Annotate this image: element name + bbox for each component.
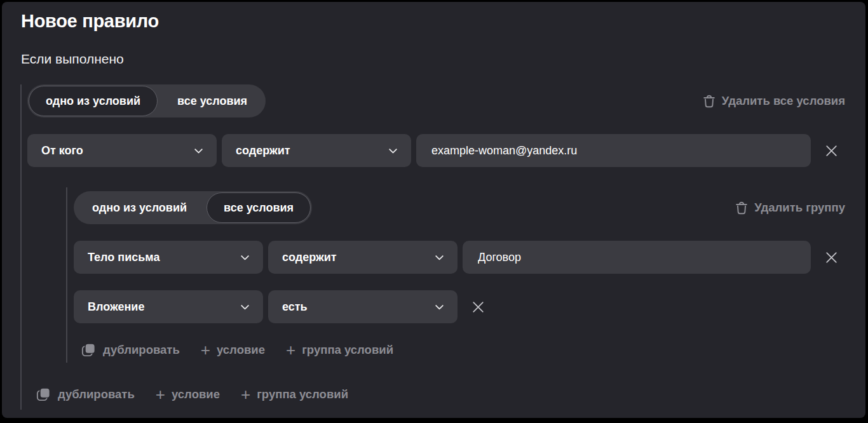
add-group-outer-button[interactable]: + группа условий (241, 387, 348, 401)
close-icon (470, 299, 487, 316)
add-group-inner-button[interactable]: + группа условий (286, 343, 393, 357)
field-select-attachment[interactable]: Вложение (74, 290, 263, 323)
inner-group-header: одно из условий все условия Удалит (74, 191, 845, 224)
chevron-down-icon (434, 302, 445, 312)
inner-group-actions: дублировать + условие + группа условий (74, 342, 845, 358)
condition-row-from: От кого содержит (27, 134, 845, 167)
page-title: Новое правило (21, 11, 845, 32)
outer-condition-group: одно из условий все условия Удалить все … (20, 84, 845, 410)
field-select-from[interactable]: От кого (27, 134, 217, 167)
field-select-from-value: От кого (41, 144, 83, 158)
add-group-outer-label: группа условий (257, 387, 348, 401)
delete-all-conditions-button[interactable]: Удалить все условия (703, 94, 845, 108)
new-rule-editor: Новое правило Если выполнено одно из усл… (2, 2, 865, 418)
close-icon (823, 249, 840, 266)
plus-icon: + (286, 344, 295, 356)
delete-all-conditions-label: Удалить все условия (722, 94, 845, 108)
chevron-down-icon (240, 252, 250, 263)
add-condition-inner-button[interactable]: + условие (201, 343, 265, 357)
plus-icon: + (241, 388, 250, 401)
operator-select-attachment-value: есть (282, 300, 308, 314)
field-select-body-value: Тело письма (88, 251, 159, 264)
remove-condition-body-button[interactable] (817, 243, 845, 271)
duplicate-group-label: дублировать (103, 343, 180, 357)
plus-icon: + (201, 344, 210, 356)
outer-group-header: одно из условий все условия Удалить все … (27, 84, 845, 117)
delete-group-button[interactable]: Удалить группу (735, 201, 845, 215)
delete-group-label: Удалить группу (754, 201, 845, 215)
outer-mode-all-label: все условия (177, 95, 247, 108)
remove-condition-from-button[interactable] (817, 137, 845, 164)
outer-mode-one-of-option[interactable]: одно из условий (29, 86, 158, 116)
close-icon (823, 142, 840, 159)
remove-condition-attachment-button[interactable] (464, 293, 492, 321)
chevron-down-icon (240, 302, 250, 312)
duplicate-group-button[interactable]: дублировать (81, 342, 180, 358)
operator-select-body[interactable]: содержит (268, 241, 458, 274)
inner-condition-group: одно из условий все условия Удалит (66, 187, 845, 363)
inner-mode-all-label: все условия (224, 201, 294, 215)
add-group-inner-label: группа условий (302, 343, 393, 357)
add-condition-outer-button[interactable]: + условие (156, 387, 220, 401)
operator-select-body-value: содержит (282, 251, 337, 264)
inner-mode-one-of-option[interactable]: одно из условий (75, 192, 204, 223)
outer-mode-one-of-label: одно из условий (46, 95, 140, 108)
operator-select-attachment[interactable]: есть (268, 290, 458, 323)
duplicate-icon (81, 342, 97, 358)
outer-group-actions: дублировать + условие + группа условий (27, 386, 845, 402)
duplicate-rule-label: дублировать (58, 387, 135, 401)
condition-row-attachment: Вложение есть (74, 290, 845, 323)
chevron-down-icon (434, 252, 445, 263)
chevron-down-icon (388, 145, 398, 156)
inner-match-mode-toggle: одно из условий все условия (74, 191, 312, 224)
duplicate-icon (36, 386, 51, 402)
if-section-heading: Если выполнено (21, 51, 845, 67)
value-input-from[interactable] (416, 134, 811, 167)
inner-mode-all-option[interactable]: все условия (207, 192, 311, 223)
outer-mode-all-option[interactable]: все условия (160, 86, 264, 116)
outer-match-mode-toggle: одно из условий все условия (27, 84, 266, 117)
value-input-body[interactable] (463, 241, 811, 274)
trash-icon (703, 94, 715, 108)
operator-select-from-value: содержит (236, 144, 290, 158)
trash-icon (735, 201, 748, 215)
add-condition-outer-label: условие (172, 387, 220, 401)
duplicate-rule-button[interactable]: дублировать (36, 386, 135, 402)
plus-icon: + (156, 388, 165, 401)
inner-mode-one-of-label: одно из условий (92, 201, 187, 215)
field-select-body[interactable]: Тело письма (74, 241, 263, 274)
field-select-attachment-value: Вложение (88, 300, 144, 314)
add-condition-inner-label: условие (217, 343, 265, 357)
chevron-down-icon (193, 145, 204, 156)
operator-select-from[interactable]: содержит (222, 134, 411, 167)
condition-row-body: Тело письма содержит (74, 241, 845, 274)
